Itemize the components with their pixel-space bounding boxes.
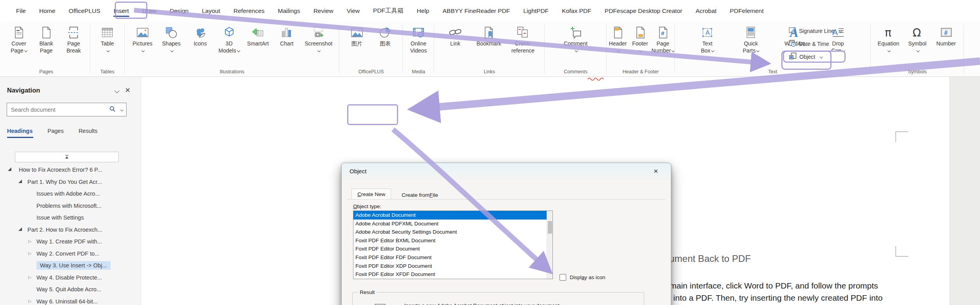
expand-collapse-icon[interactable]: [18, 180, 22, 183]
menu-item-kofax-pdf[interactable]: Kofax PDF: [555, 4, 598, 18]
menu-item-home[interactable]: Home: [33, 4, 62, 18]
object-type-option[interactable]: Foxit PDF Editor BXML Document: [353, 236, 552, 245]
ribbon-button-item[interactable]: 图片: [346, 24, 368, 47]
ribbon-button-comment[interactable]: Comment: [564, 24, 588, 54]
navigation-pane: Navigation ✕ HeadingsPagesResults How to…: [0, 77, 141, 305]
menu-item-review[interactable]: Review: [307, 4, 340, 18]
ribbon-button-object[interactable]: Object: [783, 51, 846, 63]
menu-item-pdfelement[interactable]: PDFelement: [723, 4, 770, 18]
ribbon-button-screenshot[interactable]: Screenshot: [304, 24, 332, 54]
nav-heading-item[interactable]: ▷Way 2. Convert PDF to...: [0, 248, 141, 260]
menu-item-acrobat[interactable]: Acrobat: [689, 4, 723, 18]
nav-heading-item[interactable]: Problems with Microsoft...: [0, 200, 141, 212]
nav-heading-item[interactable]: Part 2. How to Fix Acroexch...: [0, 224, 141, 236]
object-dialog: Object ✕ Create NewCreate from File Obje…: [341, 163, 671, 305]
navigation-close-icon[interactable]: ✕: [122, 85, 134, 95]
menu-item-officeplus[interactable]: OfficePLUS: [62, 4, 107, 18]
nav-heading-item[interactable]: Way 3. Use Insert -> Obj...: [0, 260, 141, 272]
ribbon-button-item[interactable]: 图表: [374, 24, 396, 47]
ribbon-button-cover-page[interactable]: CoverPage: [8, 24, 30, 54]
nav-heading-item[interactable]: ▷Way 6. Uninstall 64-bit...: [0, 296, 141, 305]
dialog-close-icon[interactable]: ✕: [650, 167, 661, 176]
nav-tab-results[interactable]: Results: [78, 128, 97, 138]
menu-item-design[interactable]: Design: [163, 4, 195, 18]
display-as-icon-row[interactable]: Display as icon: [560, 274, 605, 281]
object-type-option[interactable]: Adobe Acrobat Security Settings Document: [353, 228, 552, 236]
menu-item-mailings[interactable]: Mailings: [271, 4, 307, 18]
dialog-titlebar[interactable]: Object ✕: [342, 163, 671, 180]
search-input[interactable]: [11, 107, 109, 113]
ribbon-button-link[interactable]: Link: [444, 24, 466, 47]
jump-to-top-widget[interactable]: [15, 152, 119, 162]
object-type-listbox[interactable]: Adobe Acrobat DocumentAdobe Acrobat PDFX…: [353, 211, 553, 279]
dialog-tab-create-from-file[interactable]: Create from File: [396, 190, 444, 200]
ribbon-button-number[interactable]: #Number: [935, 24, 957, 47]
expand-collapse-icon[interactable]: [8, 167, 11, 171]
ribbon-button-chart[interactable]: Chart: [276, 24, 298, 47]
expand-collapse-icon[interactable]: [18, 227, 22, 231]
ribbon-button-equation[interactable]: πEquation: [878, 24, 900, 54]
object-type-option[interactable]: Foxit PDF Editor XDP Document: [353, 262, 552, 271]
scrollbar-thumb[interactable]: [548, 221, 552, 234]
menu-item-references[interactable]: References: [227, 4, 271, 18]
ribbon-button-symbol[interactable]: ΩSymbol: [906, 24, 928, 54]
ribbon-button-blank-page[interactable]: BlankPage: [35, 24, 57, 54]
expand-collapse-icon[interactable]: ▷: [28, 251, 31, 256]
expand-collapse-icon[interactable]: ▷: [28, 299, 31, 303]
listbox-scrollbar[interactable]: [547, 211, 552, 279]
ribbon-button-table[interactable]: Table: [96, 24, 118, 54]
nav-heading-item[interactable]: How to Fix Acroexch Error? 6 P...: [0, 164, 141, 176]
ribbon-button-signature-line[interactable]: Signature Line: [784, 25, 846, 37]
ribbon-button-icons[interactable]: Icons: [189, 24, 211, 47]
menu-item-view[interactable]: View: [340, 4, 366, 18]
ribbon-button-pictures[interactable]: Pictures: [132, 24, 154, 54]
object-type-option[interactable]: Adobe Acrobat PDFXML Document: [353, 220, 552, 228]
ribbon-button-footer[interactable]: Footer: [629, 24, 651, 54]
object-type-option[interactable]: Adobe Acrobat Document: [353, 211, 552, 220]
nav-heading-item[interactable]: Issue with Settings: [0, 212, 141, 224]
search-icon[interactable]: [109, 106, 116, 114]
ribbon-button-smartart[interactable]: SmartArt: [247, 24, 269, 47]
ribbon-button-quick-parts[interactable]: QuickParts: [740, 24, 762, 54]
ribbon-button-shapes[interactable]: Shapes: [160, 24, 182, 54]
nav-tab-headings[interactable]: Headings: [7, 128, 33, 138]
menu-item-lightpdf[interactable]: LightPDF: [516, 4, 555, 18]
menu-item-pdf[interactable]: PDF工具箱: [366, 4, 410, 18]
object-type-option[interactable]: Foxit PDF Editor Document: [353, 245, 552, 253]
ribbon-button-page-break[interactable]: PageBreak: [63, 24, 85, 54]
nav-heading-item[interactable]: ▷Way 1. Create PDF with...: [0, 236, 141, 248]
menu-item-insert[interactable]: Insert: [107, 4, 136, 18]
object-type-option[interactable]: Foxit PDF Editor XFDF Document: [353, 270, 552, 279]
ribbon-button-3d-models[interactable]: 3DModels: [218, 24, 240, 54]
menu-item-help[interactable]: Help: [410, 4, 436, 18]
ribbon-button-header[interactable]: Header: [607, 24, 629, 54]
ribbon-button-bookmark[interactable]: Bookmark: [476, 24, 501, 47]
expand-collapse-icon[interactable]: ▷: [28, 239, 31, 243]
ribbon-button-cross-reference[interactable]: Cross-reference: [511, 24, 534, 54]
menu-item-abbyy-finereader-pdf[interactable]: ABBYY FineReader PDF: [436, 4, 516, 18]
ribbon-button-text-box[interactable]: ATextBox: [696, 24, 718, 54]
object-type-option[interactable]: Foxit PDF Editor FDF Document: [353, 253, 552, 262]
display-as-icon-checkbox[interactable]: [560, 274, 566, 281]
menu-item-file[interactable]: File: [9, 4, 33, 18]
menu-item-layout[interactable]: Layout: [195, 4, 227, 18]
ribbon-button-online-videos[interactable]: OnlineVideos: [408, 24, 429, 54]
search-options-chevron-icon[interactable]: [120, 106, 123, 113]
nav-heading-item[interactable]: ▷Way 4. Disable Protecte...: [0, 272, 141, 284]
nav-heading-item[interactable]: Part 1. Why Do You Get Acr...: [0, 176, 141, 188]
nav-tab-pages[interactable]: Pages: [47, 128, 63, 138]
navigation-options-chevron-icon[interactable]: [112, 87, 122, 94]
smartart-icon: [251, 26, 264, 39]
dialog-tab-create-new[interactable]: Create New: [351, 189, 391, 199]
menu-item-pdfescape-desktop-creator[interactable]: PDFescape Desktop Creator: [598, 4, 689, 18]
ribbon-button-label: 图片: [351, 40, 362, 47]
nav-heading-item[interactable]: Way 5. Quit Adobe Acro...: [0, 283, 141, 296]
ribbon-button-page-number[interactable]: #PageNumber: [651, 24, 674, 54]
ribbon-group-tables: TableTables: [90, 22, 125, 76]
nav-heading-item[interactable]: Issues with Adobe Acro...: [0, 188, 141, 200]
search-box[interactable]: [7, 103, 127, 116]
ribbon-button-date-time[interactable]: Date & Time: [784, 38, 846, 50]
chevron-down-icon: [237, 49, 240, 52]
expand-collapse-icon[interactable]: ▷: [28, 275, 31, 280]
menu-item-draw[interactable]: Draw: [136, 4, 163, 18]
